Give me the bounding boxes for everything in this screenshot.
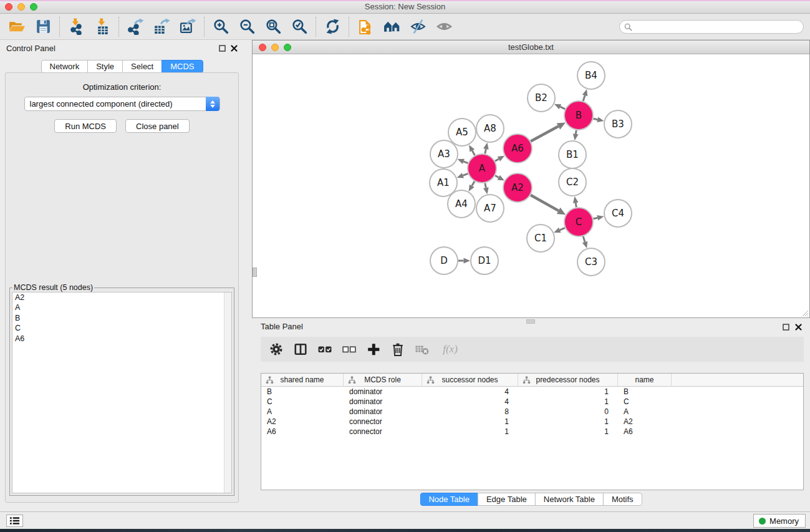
deselect-all-button[interactable] <box>341 341 357 357</box>
cell-name[interactable]: A6 <box>618 427 672 436</box>
show-graphics-details-button[interactable] <box>431 16 457 38</box>
table-row[interactable]: Bdominator41B <box>261 387 803 397</box>
edge-B-B1[interactable] <box>576 130 576 134</box>
edge-A-A3[interactable] <box>463 162 468 163</box>
zoom-fit-button[interactable] <box>260 16 286 38</box>
node-B3[interactable]: B3 <box>604 110 632 138</box>
cell-shared-name[interactable]: A2 <box>261 417 344 426</box>
horizontal-scroll-handle[interactable] <box>526 319 535 324</box>
cell-predecessor-nodes[interactable]: 0 <box>518 407 618 416</box>
edge-A-A1[interactable] <box>463 173 468 175</box>
result-item[interactable]: A <box>12 302 231 312</box>
delete-column-button[interactable] <box>390 341 406 357</box>
open-session-button[interactable] <box>4 16 30 38</box>
search-field[interactable] <box>619 20 804 34</box>
node-B2[interactable]: B2 <box>528 84 555 112</box>
cell-predecessor-nodes[interactable]: 1 <box>518 387 618 396</box>
tab-style[interactable]: Style <box>87 60 123 73</box>
tab-motifs[interactable]: Motifs <box>603 493 642 506</box>
vertical-scroll-handle[interactable] <box>253 268 257 277</box>
close-panel-icon[interactable] <box>230 44 238 52</box>
tab-node-table[interactable]: Node Table <box>420 493 478 506</box>
float-panel-icon[interactable] <box>218 44 226 52</box>
add-column-button[interactable] <box>365 341 382 357</box>
zoom-out-button[interactable] <box>234 16 260 38</box>
result-scrollbar[interactable] <box>224 293 231 493</box>
export-table-button[interactable] <box>148 16 175 38</box>
node-C4[interactable]: C4 <box>604 200 632 227</box>
column-header-predecessor-nodes[interactable]: predecessor nodes <box>518 374 618 386</box>
cell-MCDS-role[interactable]: dominator <box>344 407 422 416</box>
edge-A-A6[interactable] <box>495 159 499 161</box>
node-C1[interactable]: C1 <box>527 225 554 252</box>
tab-select[interactable]: Select <box>122 60 162 73</box>
cell-shared-name[interactable]: B <box>261 387 344 396</box>
edge-C-C2[interactable] <box>576 203 576 207</box>
cell-successor-nodes[interactable]: 8 <box>422 407 518 416</box>
cell-name[interactable]: B <box>618 387 672 396</box>
table-row[interactable]: A6connector11A6 <box>261 427 803 437</box>
close-panel-button[interactable]: Close panel <box>125 119 190 133</box>
edge-C-C4[interactable] <box>593 218 597 219</box>
search-input[interactable] <box>635 21 803 32</box>
node-A7[interactable]: A7 <box>476 195 504 222</box>
hide-graphics-details-button[interactable] <box>405 16 431 38</box>
cell-MCDS-role[interactable]: dominator <box>344 397 422 406</box>
result-item[interactable]: B <box>12 313 231 323</box>
node-A5[interactable]: A5 <box>448 118 476 146</box>
cell-successor-nodes[interactable]: 1 <box>422 417 518 426</box>
save-session-button[interactable] <box>30 16 56 38</box>
edge-A6-B[interactable] <box>531 127 558 142</box>
cell-MCDS-role[interactable]: dominator <box>344 387 422 396</box>
tab-mcds[interactable]: MCDS <box>162 60 203 73</box>
node-D[interactable]: D <box>430 247 458 274</box>
new-network-from-file-button[interactable] <box>352 16 378 38</box>
cell-successor-nodes[interactable]: 4 <box>422 397 518 406</box>
node-C[interactable]: C <box>564 208 593 236</box>
node-C3[interactable]: C3 <box>577 248 605 276</box>
home-layout-button[interactable] <box>378 16 405 38</box>
node-A4[interactable]: A4 <box>448 190 475 218</box>
cell-MCDS-role[interactable]: connector <box>344 417 422 426</box>
result-item[interactable]: A6 <box>12 334 231 344</box>
edge-A-A7[interactable] <box>485 183 486 188</box>
cell-shared-name[interactable]: C <box>261 397 344 406</box>
table-row[interactable]: A2connector11A2 <box>261 417 803 427</box>
close-table-panel-icon[interactable] <box>794 323 803 331</box>
edge-C-C3[interactable] <box>583 236 585 242</box>
edge-B-B2[interactable] <box>560 107 565 109</box>
export-image-button[interactable] <box>175 16 201 38</box>
table-row[interactable]: Cdominator41C <box>261 397 803 407</box>
edge-A2-C[interactable] <box>531 195 559 211</box>
tab-edge-table[interactable]: Edge Table <box>478 493 536 506</box>
network-window-titlebar[interactable]: testGlobe.txt <box>253 41 809 54</box>
import-network-button[interactable] <box>63 16 89 38</box>
node-B1[interactable]: B1 <box>559 141 586 168</box>
node-A6[interactable]: A6 <box>503 134 532 163</box>
node-A[interactable]: A <box>468 154 496 183</box>
cell-shared-name[interactable]: A6 <box>261 427 344 436</box>
select-all-button[interactable] <box>317 341 333 357</box>
cell-successor-nodes[interactable]: 1 <box>422 427 518 436</box>
tab-network[interactable]: Network <box>41 60 88 73</box>
gear-button[interactable] <box>268 341 284 357</box>
refresh-button[interactable] <box>319 16 345 38</box>
column-header-successor-nodes[interactable]: successor nodes <box>422 374 518 386</box>
zoom-selected-button[interactable] <box>286 16 312 38</box>
edge-C-C1[interactable] <box>560 228 565 230</box>
resize-grip-icon[interactable] <box>801 309 809 317</box>
edge-A-A5[interactable] <box>472 150 475 155</box>
edge-A-A8[interactable] <box>485 149 486 154</box>
node-D1[interactable]: D1 <box>471 247 498 274</box>
criterion-dropdown[interactable]: largest connected component (directed) <box>24 97 220 111</box>
memory-button[interactable]: Memory <box>753 514 806 528</box>
task-history-button[interactable] <box>6 515 23 527</box>
cell-predecessor-nodes[interactable]: 1 <box>518 397 618 406</box>
cell-predecessor-nodes[interactable]: 1 <box>518 427 618 436</box>
import-table-button[interactable] <box>89 16 115 38</box>
edge-B-B4[interactable] <box>583 95 585 101</box>
run-mcds-button[interactable]: Run MCDS <box>54 119 117 133</box>
result-item[interactable]: C <box>12 323 231 333</box>
node-A3[interactable]: A3 <box>430 140 458 168</box>
table-row[interactable]: Adominator80A <box>261 407 803 417</box>
